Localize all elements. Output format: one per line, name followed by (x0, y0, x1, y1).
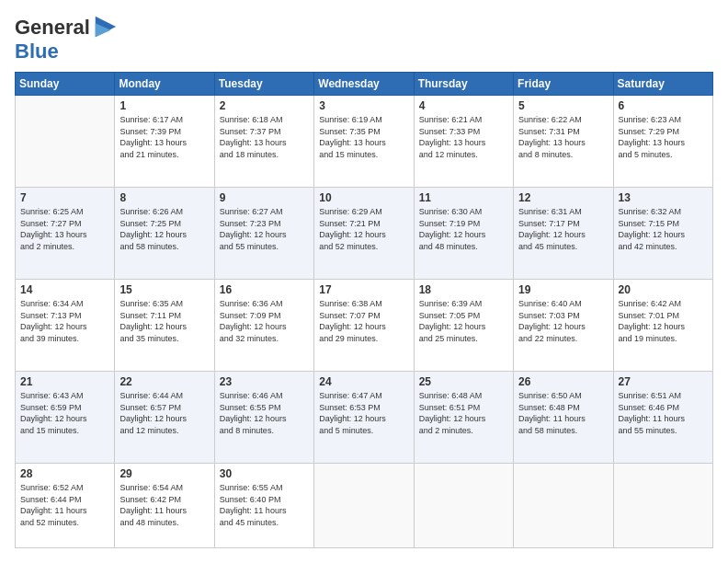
day-number: 23 (220, 375, 309, 388)
col-header-sunday: Sunday (16, 73, 115, 96)
day-cell: 30Sunrise: 6:55 AM Sunset: 6:40 PM Dayli… (214, 464, 313, 548)
page: General Blue SundayMondayTuesdayWednesda… (0, 0, 728, 563)
day-cell: 16Sunrise: 6:36 AM Sunset: 7:09 PM Dayli… (214, 280, 313, 372)
day-info: Sunrise: 6:47 AM Sunset: 6:53 PM Dayligh… (319, 390, 408, 436)
day-info: Sunrise: 6:34 AM Sunset: 7:13 PM Dayligh… (20, 298, 109, 344)
day-cell: 20Sunrise: 6:42 AM Sunset: 7:01 PM Dayli… (613, 280, 712, 372)
day-cell: 27Sunrise: 6:51 AM Sunset: 6:46 PM Dayli… (613, 372, 712, 464)
day-info: Sunrise: 6:22 AM Sunset: 7:31 PM Dayligh… (518, 114, 608, 160)
day-cell: 3Sunrise: 6:19 AM Sunset: 7:35 PM Daylig… (314, 96, 414, 188)
day-cell: 28Sunrise: 6:52 AM Sunset: 6:44 PM Dayli… (16, 464, 115, 548)
day-number: 12 (518, 191, 608, 204)
day-number: 18 (419, 283, 508, 296)
day-info: Sunrise: 6:44 AM Sunset: 6:57 PM Dayligh… (119, 390, 209, 436)
day-cell: 24Sunrise: 6:47 AM Sunset: 6:53 PM Dayli… (314, 372, 414, 464)
week-row-3: 14Sunrise: 6:34 AM Sunset: 7:13 PM Dayli… (16, 280, 713, 372)
day-number: 28 (20, 467, 109, 480)
day-number: 8 (119, 191, 209, 204)
day-number: 17 (319, 283, 408, 296)
day-cell: 8Sunrise: 6:26 AM Sunset: 7:25 PM Daylig… (115, 188, 214, 280)
logo-general: General (15, 17, 90, 39)
day-info: Sunrise: 6:51 AM Sunset: 6:46 PM Dayligh… (619, 390, 708, 436)
day-number: 4 (419, 99, 508, 112)
day-info: Sunrise: 6:32 AM Sunset: 7:15 PM Dayligh… (619, 206, 708, 252)
day-cell: 7Sunrise: 6:25 AM Sunset: 7:27 PM Daylig… (16, 188, 115, 280)
day-number: 24 (319, 375, 408, 388)
day-info: Sunrise: 6:50 AM Sunset: 6:48 PM Dayligh… (518, 390, 608, 436)
day-number: 3 (319, 99, 408, 112)
day-cell: 18Sunrise: 6:39 AM Sunset: 7:05 PM Dayli… (414, 280, 513, 372)
day-cell: 17Sunrise: 6:38 AM Sunset: 7:07 PM Dayli… (314, 280, 414, 372)
day-number: 5 (518, 99, 608, 112)
week-row-5: 28Sunrise: 6:52 AM Sunset: 6:44 PM Dayli… (16, 464, 713, 548)
day-cell: 21Sunrise: 6:43 AM Sunset: 6:59 PM Dayli… (16, 372, 115, 464)
week-row-4: 21Sunrise: 6:43 AM Sunset: 6:59 PM Dayli… (16, 372, 713, 464)
week-row-1: 1Sunrise: 6:17 AM Sunset: 7:39 PM Daylig… (16, 96, 713, 188)
day-cell: 11Sunrise: 6:30 AM Sunset: 7:19 PM Dayli… (414, 188, 513, 280)
day-info: Sunrise: 6:55 AM Sunset: 6:40 PM Dayligh… (220, 482, 309, 528)
day-cell: 23Sunrise: 6:46 AM Sunset: 6:55 PM Dayli… (214, 372, 313, 464)
day-cell (314, 464, 414, 548)
day-cell: 6Sunrise: 6:23 AM Sunset: 7:29 PM Daylig… (613, 96, 712, 188)
day-number: 29 (119, 467, 209, 480)
day-number: 10 (319, 191, 408, 204)
day-cell: 10Sunrise: 6:29 AM Sunset: 7:21 PM Dayli… (314, 188, 414, 280)
day-info: Sunrise: 6:42 AM Sunset: 7:01 PM Dayligh… (619, 298, 708, 344)
day-number: 7 (20, 191, 109, 204)
day-info: Sunrise: 6:43 AM Sunset: 6:59 PM Dayligh… (20, 390, 109, 436)
day-cell (414, 464, 513, 548)
day-cell: 1Sunrise: 6:17 AM Sunset: 7:39 PM Daylig… (115, 96, 214, 188)
week-row-2: 7Sunrise: 6:25 AM Sunset: 7:27 PM Daylig… (16, 188, 713, 280)
day-number: 16 (220, 283, 309, 296)
day-info: Sunrise: 6:31 AM Sunset: 7:17 PM Dayligh… (518, 206, 608, 252)
day-cell: 9Sunrise: 6:27 AM Sunset: 7:23 PM Daylig… (214, 188, 313, 280)
logo-icon (92, 15, 118, 40)
day-info: Sunrise: 6:39 AM Sunset: 7:05 PM Dayligh… (419, 298, 508, 344)
day-info: Sunrise: 6:27 AM Sunset: 7:23 PM Dayligh… (220, 206, 309, 252)
day-cell: 22Sunrise: 6:44 AM Sunset: 6:57 PM Dayli… (115, 372, 214, 464)
day-cell: 19Sunrise: 6:40 AM Sunset: 7:03 PM Dayli… (514, 280, 613, 372)
day-info: Sunrise: 6:26 AM Sunset: 7:25 PM Dayligh… (119, 206, 209, 252)
day-info: Sunrise: 6:29 AM Sunset: 7:21 PM Dayligh… (319, 206, 408, 252)
day-info: Sunrise: 6:23 AM Sunset: 7:29 PM Dayligh… (619, 114, 708, 160)
day-info: Sunrise: 6:52 AM Sunset: 6:44 PM Dayligh… (20, 482, 109, 528)
day-number: 21 (20, 375, 109, 388)
day-info: Sunrise: 6:35 AM Sunset: 7:11 PM Dayligh… (119, 298, 209, 344)
day-number: 6 (619, 99, 708, 112)
day-cell: 29Sunrise: 6:54 AM Sunset: 6:42 PM Dayli… (115, 464, 214, 548)
calendar-table: SundayMondayTuesdayWednesdayThursdayFrid… (15, 72, 713, 548)
day-info: Sunrise: 6:18 AM Sunset: 7:37 PM Dayligh… (220, 114, 309, 160)
header-row: SundayMondayTuesdayWednesdayThursdayFrid… (16, 73, 713, 96)
day-number: 9 (220, 191, 309, 204)
day-number: 25 (419, 375, 508, 388)
day-info: Sunrise: 6:19 AM Sunset: 7:35 PM Dayligh… (319, 114, 408, 160)
day-cell (514, 464, 613, 548)
day-info: Sunrise: 6:38 AM Sunset: 7:07 PM Dayligh… (319, 298, 408, 344)
day-number: 26 (518, 375, 608, 388)
day-cell: 14Sunrise: 6:34 AM Sunset: 7:13 PM Dayli… (16, 280, 115, 372)
day-info: Sunrise: 6:46 AM Sunset: 6:55 PM Dayligh… (220, 390, 309, 436)
col-header-thursday: Thursday (414, 73, 513, 96)
day-number: 15 (119, 283, 209, 296)
day-cell (613, 464, 712, 548)
day-number: 27 (619, 375, 708, 388)
col-header-friday: Friday (514, 73, 613, 96)
day-info: Sunrise: 6:36 AM Sunset: 7:09 PM Dayligh… (220, 298, 309, 344)
day-cell: 13Sunrise: 6:32 AM Sunset: 7:15 PM Dayli… (613, 188, 712, 280)
day-cell: 26Sunrise: 6:50 AM Sunset: 6:48 PM Dayli… (514, 372, 613, 464)
day-number: 19 (518, 283, 608, 296)
day-info: Sunrise: 6:54 AM Sunset: 6:42 PM Dayligh… (119, 482, 209, 528)
day-cell: 15Sunrise: 6:35 AM Sunset: 7:11 PM Dayli… (115, 280, 214, 372)
day-cell (16, 96, 115, 188)
col-header-saturday: Saturday (613, 73, 712, 96)
logo-blue: Blue (15, 40, 59, 63)
day-number: 20 (619, 283, 708, 296)
col-header-wednesday: Wednesday (314, 73, 414, 96)
day-cell: 25Sunrise: 6:48 AM Sunset: 6:51 PM Dayli… (414, 372, 513, 464)
day-info: Sunrise: 6:21 AM Sunset: 7:33 PM Dayligh… (419, 114, 508, 160)
day-info: Sunrise: 6:48 AM Sunset: 6:51 PM Dayligh… (419, 390, 508, 436)
day-info: Sunrise: 6:30 AM Sunset: 7:19 PM Dayligh… (419, 206, 508, 252)
day-number: 1 (119, 99, 209, 112)
day-number: 22 (119, 375, 209, 388)
col-header-monday: Monday (115, 73, 214, 96)
